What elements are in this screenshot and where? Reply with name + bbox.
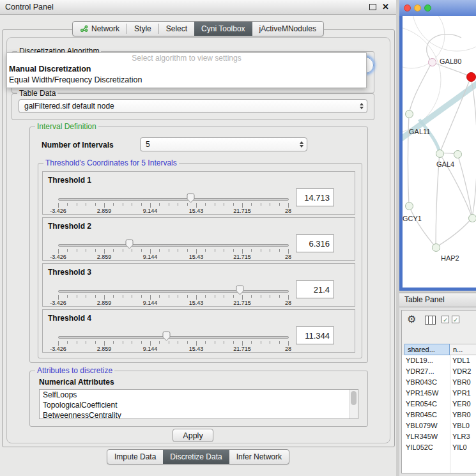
slider-tick (233, 341, 234, 344)
slider-tick (67, 203, 68, 206)
table-row[interactable]: YPR145WYPR1 (402, 388, 476, 399)
slider-thumb[interactable] (187, 193, 195, 203)
tab-jactivemnodules[interactable]: jActiveMNodules (252, 22, 323, 36)
network-canvas[interactable]: GAL80GAL11GAL4GCY1HAP2 (403, 16, 476, 288)
float-window-icon[interactable] (369, 4, 376, 10)
node-label: GAL11 (409, 128, 430, 135)
slider-tick (187, 295, 188, 298)
network-node[interactable] (466, 72, 476, 82)
slider-tick (132, 295, 132, 298)
table-row[interactable]: YIL052CYIL0 (402, 442, 476, 453)
slider-thumb[interactable] (125, 239, 134, 249)
slider-tick (86, 203, 86, 206)
slider-thumb[interactable] (236, 285, 244, 295)
attribute-item-betweennesscentrality[interactable]: BetweennessCentrality (40, 410, 358, 419)
cell-name: YDR2 (452, 366, 476, 377)
slider-tick (187, 203, 188, 206)
algorithm-option-manual-discretization[interactable]: Manual Discretization (7, 64, 366, 75)
attribute-item-selfloops[interactable]: SelfLoops (40, 390, 358, 400)
network-node-gcy1[interactable] (405, 202, 413, 210)
node-label: GCY1 (403, 215, 422, 222)
cell-shared-name: YBL079W (406, 420, 449, 431)
slider-tick (215, 295, 215, 298)
slider-tick (123, 249, 123, 252)
attribute-items: SelfLoopsTopologicalCoefficientBetweenne… (40, 390, 358, 419)
interval-definition-group: Interval Definition Number of Intervals … (29, 127, 368, 363)
number-of-intervals-value: 5 (146, 138, 150, 151)
slider-tick (141, 295, 142, 298)
slider-track[interactable] (58, 198, 289, 201)
slider-track[interactable] (58, 290, 289, 293)
table-panel-title: Table Panel (404, 295, 445, 304)
close-traffic-light-icon[interactable] (404, 4, 411, 12)
slider-tick (86, 249, 86, 252)
table-row[interactable]: YBR045CYBR0 (402, 410, 476, 420)
threshold-value-field[interactable]: 6.316 (296, 234, 334, 252)
tab-label: Discretize Data (170, 452, 222, 461)
column-header-name[interactable]: n... (450, 344, 476, 355)
slider-tick (77, 295, 77, 298)
number-of-intervals-combo[interactable]: 5 (140, 137, 307, 151)
network-node[interactable] (454, 150, 462, 158)
numerical-attributes-list[interactable]: SelfLoopsTopologicalCoefficientBetweenne… (39, 389, 358, 419)
combo-spinner-icon[interactable] (360, 103, 364, 109)
table-row[interactable]: YBL079WYBL0 (402, 420, 476, 431)
tab-style[interactable]: Style (127, 22, 158, 36)
select-all-checkbox-icon[interactable]: ✓ (441, 316, 449, 323)
slider-scale-label: 9.144 (143, 300, 158, 306)
cell-name: YBR0 (452, 410, 476, 420)
apply-button[interactable]: Apply (173, 429, 213, 442)
number-of-intervals-label: Number of Intervals (42, 141, 114, 150)
slider-scale-label: -3.426 (50, 300, 66, 306)
slider-scale-label: 28 (285, 208, 291, 214)
tab-select[interactable]: Select (159, 22, 194, 36)
slider-track[interactable] (58, 336, 289, 339)
slider-track[interactable] (58, 244, 289, 247)
attribute-item-topologicalcoefficient[interactable]: TopologicalCoefficient (40, 400, 358, 410)
network-window-titlebar[interactable] (399, 0, 476, 16)
slider-tick (169, 295, 169, 298)
zoom-traffic-light-icon[interactable] (424, 4, 431, 12)
slider-tick (67, 249, 68, 252)
columns-icon[interactable] (425, 316, 436, 325)
slider-tick (196, 203, 197, 208)
tab-label: Style (134, 24, 151, 33)
table-row[interactable]: YDL19...YDL1 (402, 355, 476, 366)
tab-cyni-toolbox[interactable]: Cyni Toolbox (194, 22, 252, 36)
settings-gear-icon[interactable]: ⚙ (407, 313, 416, 326)
table-row[interactable]: YER054CYER0 (402, 399, 476, 410)
table-data-group-title: Table Data (17, 89, 58, 98)
threshold-value-field[interactable]: 14.713 (296, 188, 334, 206)
slider-scale-label: 28 (285, 346, 291, 352)
tab-discretize-data[interactable]: Discretize Data (163, 450, 229, 464)
close-icon[interactable]: ✕ (382, 2, 389, 12)
table-data-combo[interactable]: galFiltered.sif default node (19, 99, 367, 113)
slider-tick (270, 295, 270, 298)
slider-tick (86, 341, 86, 344)
threshold-value-field[interactable]: 11.344 (296, 326, 334, 344)
tab-infer-network[interactable]: Infer Network (229, 450, 289, 464)
network-node[interactable] (468, 214, 476, 222)
table-row[interactable]: YBR043CYBR0 (402, 377, 476, 388)
network-node-gal11[interactable] (405, 110, 413, 118)
threshold-value-field[interactable]: 21.4 (296, 280, 334, 298)
tab-impute-data[interactable]: Impute Data (107, 450, 163, 464)
table-row[interactable]: YDR27...YDR2 (402, 366, 476, 377)
table-row[interactable]: YLR345WYLR3 (402, 431, 476, 442)
network-node-gal4[interactable] (436, 150, 444, 158)
minimize-traffic-light-icon[interactable] (414, 4, 421, 12)
slider-scale-label: 21.715 (233, 300, 251, 306)
slider-thumb[interactable] (162, 331, 171, 341)
slider-scale-label: 9.144 (143, 254, 158, 260)
scrollbar-thumb[interactable] (351, 391, 357, 405)
slider-scale-label: -3.426 (50, 208, 66, 214)
show-columns-checkbox-icon[interactable]: ✓ (452, 316, 459, 323)
network-node-hap2[interactable] (432, 243, 440, 252)
combo-spinner-icon[interactable] (300, 141, 303, 148)
list-scrollbar[interactable] (349, 390, 358, 418)
network-node-gal80[interactable] (428, 58, 436, 66)
tab-network[interactable]: Network (73, 22, 127, 36)
column-header-shared-name[interactable]: shared... (404, 344, 450, 355)
algorithm-option-equal-width-frequency-discretization[interactable]: Equal Width/Frequency Discretization (7, 75, 366, 85)
slider-tick (242, 249, 243, 254)
